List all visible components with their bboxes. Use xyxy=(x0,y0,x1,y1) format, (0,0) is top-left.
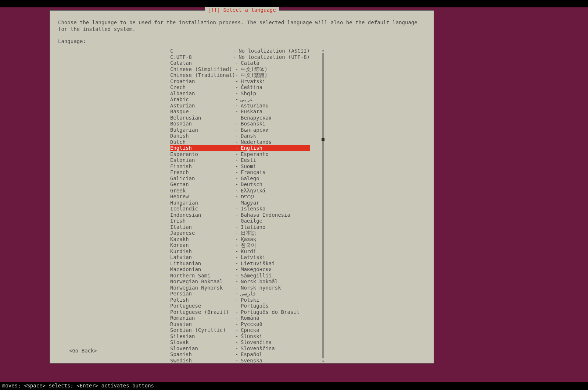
language-option[interactable]: C-No localization (ASCII) xyxy=(170,48,310,54)
language-option[interactable]: C.UTF-8-No localization (UTF-8) xyxy=(170,54,310,60)
separator: - xyxy=(233,291,241,297)
language-native: Српски xyxy=(241,327,310,333)
language-option[interactable]: French-Français xyxy=(170,169,310,176)
language-name: C.UTF-8 xyxy=(170,54,231,60)
language-name: Romanian xyxy=(170,315,233,321)
language-option[interactable]: Polish-Polski xyxy=(170,297,310,303)
language-native: עברית xyxy=(241,194,310,200)
language-native: 中文(繁體) xyxy=(241,72,310,78)
top-black-bar xyxy=(0,0,588,7)
language-native: Kurdî xyxy=(241,248,310,255)
language-option[interactable]: Kurdish-Kurdî xyxy=(170,248,310,255)
language-option[interactable]: Korean-한국어 xyxy=(170,242,310,248)
language-native: Eesti xyxy=(241,157,310,163)
language-option[interactable]: Latvian-Latviski xyxy=(170,254,310,260)
scroll-down-icon[interactable]: ▾ xyxy=(321,359,325,364)
language-option[interactable]: Hungarian-Magyar xyxy=(170,200,310,206)
language-option[interactable]: Belarusian-Беларуская xyxy=(170,115,310,121)
separator: - xyxy=(233,345,241,352)
language-option[interactable]: Irish-Gaeilge xyxy=(170,218,310,224)
language-option[interactable]: English-English xyxy=(170,145,310,151)
language-native: Esperanto xyxy=(241,151,310,157)
language-option[interactable]: Hebrew-עברית xyxy=(170,194,310,200)
separator: - xyxy=(233,194,241,200)
language-native: 日本語 xyxy=(241,230,310,236)
language-option[interactable]: Portuguese-Português xyxy=(170,303,310,309)
language-option[interactable]: Catalan-Català xyxy=(170,60,310,66)
language-option[interactable]: Romanian-Română xyxy=(170,315,310,321)
language-option[interactable]: German-Deutsch xyxy=(170,181,310,188)
language-option[interactable]: Spanish-Español xyxy=(170,351,310,358)
language-option[interactable]: Slovenian-Slovenščina xyxy=(170,345,310,352)
language-option[interactable]: Russian-Русский xyxy=(170,321,310,327)
language-option[interactable]: Portuguese (Brazil)-Português do Brasil xyxy=(170,309,310,315)
separator: - xyxy=(233,266,241,273)
separator: - xyxy=(233,297,241,303)
separator: - xyxy=(233,84,241,91)
scrollbar[interactable]: ▴ ▾ xyxy=(322,48,325,364)
language-option[interactable]: Dutch-Nederlands xyxy=(170,139,310,145)
separator: - xyxy=(233,181,241,188)
language-native: 中文(简体) xyxy=(241,66,310,72)
scroll-up-icon[interactable]: ▴ xyxy=(321,48,325,52)
language-list[interactable]: C-No localization (ASCII)C.UTF-8-No loca… xyxy=(170,48,310,364)
separator: - xyxy=(233,230,241,236)
language-option[interactable]: Croatian-Hrvatski xyxy=(170,78,310,85)
language-name: Silesian xyxy=(170,333,233,340)
separator: - xyxy=(233,206,241,212)
language-option[interactable]: Italian-Italiano xyxy=(170,224,310,230)
language-option[interactable]: Bosnian-Bosanski xyxy=(170,121,310,127)
language-name: Croatian xyxy=(170,78,233,85)
language-native: Gaeilge xyxy=(241,218,310,224)
language-option[interactable]: Arabic-عربي xyxy=(170,96,310,103)
language-option[interactable]: Kazakh-Қазақ xyxy=(170,236,310,242)
language-native: Bahasa Indonesia xyxy=(241,212,310,218)
language-option[interactable]: Norwegian Nynorsk-Norsk nynorsk xyxy=(170,285,310,291)
separator: - xyxy=(233,339,241,345)
language-option[interactable]: Asturian-Asturianu xyxy=(170,103,310,109)
language-option[interactable]: Norwegian Bokmaal-Norsk bokmål xyxy=(170,279,310,285)
language-option[interactable]: Indonesian-Bahasa Indonesia xyxy=(170,212,310,218)
language-option[interactable]: Persian-فارسی xyxy=(170,291,310,297)
language-option[interactable]: Macedonian-Македонски xyxy=(170,266,310,273)
scroll-thumb[interactable] xyxy=(322,138,325,141)
language-option[interactable]: Swedish-Svenska xyxy=(170,358,310,364)
language-name: Indonesian xyxy=(170,212,233,218)
language-native: Ślůnski xyxy=(241,333,310,340)
language-option[interactable]: Japanese-日本語 xyxy=(170,230,310,236)
language-option[interactable]: Chinese (Traditional)-中文(繁體) xyxy=(170,72,310,78)
separator: - xyxy=(233,169,241,176)
language-option[interactable]: Albanian-Shqip xyxy=(170,91,310,97)
language-option[interactable]: Esperanto-Esperanto xyxy=(170,151,310,157)
language-native: Български xyxy=(241,127,310,133)
language-name: Macedonian xyxy=(170,266,233,273)
language-option[interactable]: Icelandic-Íslenska xyxy=(170,206,310,212)
language-option[interactable]: Basque-Euskara xyxy=(170,109,310,115)
language-option[interactable]: Silesian-Ślůnski xyxy=(170,333,310,340)
language-native: Galego xyxy=(241,176,310,182)
language-native: Português do Brasil xyxy=(241,309,310,315)
language-option[interactable]: Bulgarian-Български xyxy=(170,127,310,133)
language-option[interactable]: Slovak-Slovenčina xyxy=(170,339,310,345)
language-option[interactable]: Greek-Ελληνικά xyxy=(170,188,310,194)
language-option[interactable]: Czech-Čeština xyxy=(170,84,310,91)
scroll-track[interactable] xyxy=(322,53,324,358)
language-option[interactable]: Galician-Galego xyxy=(170,176,310,182)
language-native: 한국어 xyxy=(241,242,310,248)
language-option[interactable]: Estonian-Eesti xyxy=(170,157,310,163)
language-list-wrap: C-No localization (ASCII)C.UTF-8-No loca… xyxy=(170,48,310,364)
language-option[interactable]: Chinese (Simplified)-中文(简体) xyxy=(170,66,310,72)
language-option[interactable]: Northern Sami-Sámegillii xyxy=(170,273,310,279)
separator: - xyxy=(233,163,241,170)
language-option[interactable]: Finnish-Suomi xyxy=(170,163,310,170)
separator: - xyxy=(233,309,241,315)
language-native: Македонски xyxy=(241,266,310,273)
language-option[interactable]: Serbian (Cyrillic)-Српски xyxy=(170,327,310,333)
language-name: Swedish xyxy=(170,358,233,364)
language-option[interactable]: Lithuanian-Lietuviškai xyxy=(170,260,310,267)
separator: - xyxy=(233,151,241,157)
language-option[interactable]: Danish-Dansk xyxy=(170,133,310,139)
separator: - xyxy=(233,60,241,66)
separator: - xyxy=(233,103,241,109)
go-back-button[interactable]: <Go Back> xyxy=(69,348,97,354)
